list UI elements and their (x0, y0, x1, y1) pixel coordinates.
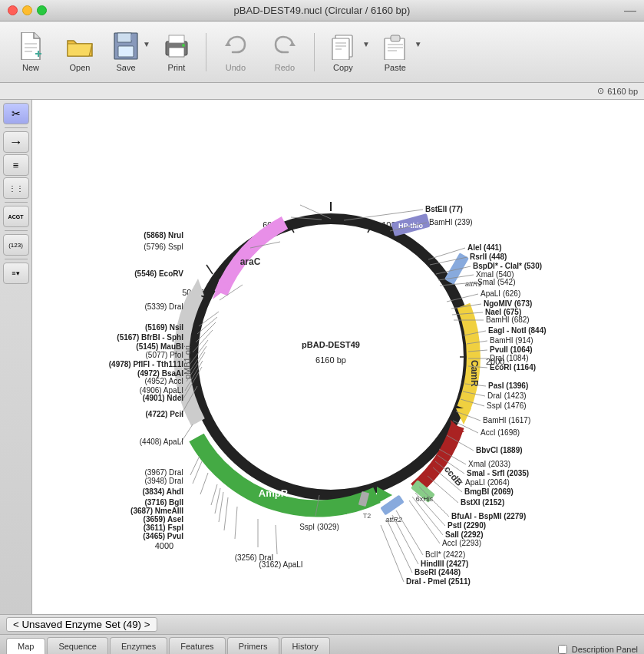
rs-NgoMIV: NgoMIV (673) (484, 299, 532, 308)
save-button[interactable]: Save (106, 25, 146, 79)
rs-BamHI-1617: BamHI (1617) (483, 416, 530, 424)
acgt-tool[interactable]: ACGT (3, 206, 29, 227)
redo-label: Redo (275, 63, 295, 72)
more-tool[interactable]: ≡▾ (3, 263, 29, 284)
rs-BamHI-914: BamHI (914) (490, 336, 533, 345)
rs-DraI-1084: DraI (1084) (490, 354, 529, 362)
window-minimize-icon[interactable]: — (624, 5, 636, 17)
tab-enzymes[interactable]: Enzymes (110, 637, 167, 654)
CamR-label: CamR (469, 360, 480, 387)
rs-FspI: (3611) FspI (143, 524, 183, 532)
tick-4000: 4000 (154, 541, 173, 550)
rs-DraI-5339: (5339) DraI (144, 302, 183, 311)
open-button[interactable]: Open (57, 25, 103, 79)
description-panel-checkbox[interactable] (558, 645, 567, 654)
svg-line-95 (200, 473, 208, 494)
plasmid-map: 6000f 1000f 2000 3000 4000 5000f (32, 100, 644, 614)
rs-SalI: SalI (2292) (445, 530, 483, 539)
rs-PstI: PstI (2290) (447, 521, 486, 530)
new-icon (17, 32, 45, 60)
save-dropdown-arrow[interactable]: ▼ (143, 40, 150, 48)
status-bar-top: ⊙ 6160 bp (0, 83, 644, 100)
new-button[interactable]: New (8, 25, 54, 79)
save-icon (112, 32, 140, 60)
rs-PvuI: (3465) PvuI (143, 532, 183, 540)
number-tool[interactable]: (123) (3, 234, 29, 256)
maximize-button[interactable] (37, 5, 47, 15)
open-icon (66, 32, 94, 60)
rs-PflFI-Tth111I: (4978) PflFI - Tth111I (108, 360, 183, 368)
rs-BamHI-239: BamHI (239) (429, 218, 473, 226)
T2-label: T2 (362, 512, 371, 520)
rs-SspI-5796: (5796) SspI (144, 243, 183, 251)
lt-sep-2 (5, 202, 28, 203)
rs-BfrBI-SphI: (5167) BfrBI - SphI (117, 333, 183, 342)
pMB1-ori-label: pMB1 ori (183, 345, 192, 379)
rs-RsrII: RsrII (448) (470, 253, 507, 261)
rs-BstXI: BstXI (2152) (461, 498, 504, 507)
rs-NmeAIII: (3687) NmeAIII (130, 507, 183, 515)
rs-AccI-2293: AccI (2293) (442, 539, 481, 547)
enzyme-set-button[interactable]: < Unsaved Enzyme Set (49) > (6, 617, 157, 632)
description-panel-label: Description Panel (572, 645, 638, 654)
close-button[interactable] (8, 5, 18, 15)
svg-marker-14 (289, 41, 296, 46)
copy-icon (329, 32, 357, 60)
svg-line-77 (381, 525, 404, 582)
svg-point-12 (182, 44, 185, 47)
tab-map[interactable]: Map (6, 638, 45, 654)
rs-BmgBI: BmgBI (2069) (464, 487, 514, 496)
rs-DraI-PmeI: DraI - PmeI (2511) (406, 577, 471, 586)
left-toolbar: ✂ → ≡ ⋮⋮ ACGT (123) ≡▾ (0, 100, 32, 614)
svg-line-74 (396, 510, 423, 555)
minimize-button[interactable] (22, 5, 32, 15)
toolbar-separator-1 (206, 33, 206, 71)
lt-sep-1 (5, 127, 28, 128)
rs-AseI: (3659) AseI (143, 515, 183, 524)
cut-tool[interactable]: ✂ (3, 103, 29, 124)
feature-HP-thio[interactable]: HP-thio (391, 213, 430, 236)
arrow-tool[interactable]: → (3, 131, 29, 153)
copy-dropdown-arrow[interactable]: ▼ (362, 40, 370, 48)
rs-BstEII: BstEII (77) (425, 205, 463, 213)
svg-rect-10 (169, 48, 184, 57)
svg-rect-6 (117, 33, 131, 42)
tab-sequence[interactable]: Sequence (47, 637, 108, 654)
paste-dropdown-arrow[interactable]: ▼ (414, 40, 422, 48)
dots-tool[interactable]: ⋮⋮ (3, 177, 29, 199)
rs-ApaLI-2064: ApaLI (2064) (465, 478, 510, 487)
rs-DraI-1423: DraI (1423) (487, 391, 527, 400)
rs-NsiI: (5169) NsiI (144, 323, 183, 332)
copy-button[interactable]: Copy (321, 25, 365, 79)
undo-label: Undo (226, 63, 246, 72)
rs-BspDI-ClaI: BspDI* - ClaI* (530) (473, 262, 542, 270)
paste-button[interactable]: Paste (373, 25, 418, 79)
tab-history[interactable]: History (281, 637, 330, 654)
lines-tool[interactable]: ≡ (3, 154, 29, 176)
rs-SspI-3029: SspI (3029) (299, 523, 339, 531)
tab-primers[interactable]: Primers (227, 637, 279, 654)
lt-sep-3 (5, 230, 28, 231)
undo-button[interactable]: Undo (213, 25, 259, 79)
rs-PciI: (4722) PciI (145, 410, 183, 418)
plasmid-name: pBAD-DEST49 (302, 340, 360, 349)
rs-NruI: (5868) NruI (144, 231, 183, 239)
svg-line-94 (193, 461, 202, 484)
bp-icon: ⊙ (597, 86, 604, 96)
rs-XmaI-2033: XmaI (2033) (468, 460, 510, 468)
plasmid-canvas[interactable]: 6000f 1000f 2000 3000 4000 5000f (32, 100, 644, 614)
bp-count: 6160 bp (607, 87, 638, 96)
rs-EcoRV: (5546) EcoRV (134, 269, 183, 278)
print-button[interactable]: Print (154, 25, 200, 79)
svg-line-100 (235, 507, 237, 539)
copy-label: Copy (333, 63, 353, 72)
feature-araC[interactable]: araC (213, 223, 285, 299)
plasmid-size: 6160 bp (315, 355, 346, 365)
svg-line-96 (211, 484, 217, 505)
rs-SspI-1476: SspI (1476) (487, 401, 527, 410)
rs-PfoI: (5077) PfoI (145, 351, 183, 359)
redo-button[interactable]: Redo (262, 25, 308, 79)
tab-features[interactable]: Features (169, 637, 225, 654)
main-area: ✂ → ≡ ⋮⋮ ACGT (123) ≡▾ 6000f 1000f 2 (0, 100, 644, 614)
rs-BfuAI-BspMI: BfuAI - BspMI (2279) (451, 512, 526, 520)
